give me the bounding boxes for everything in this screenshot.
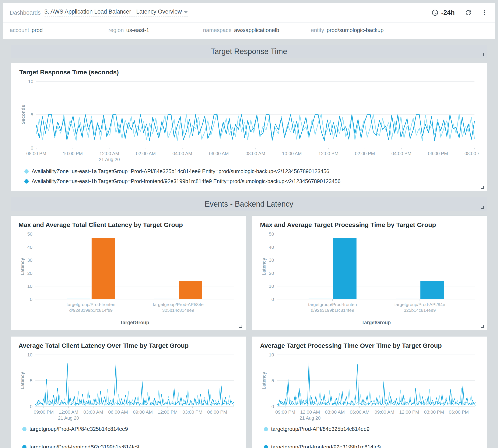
filter-entity-value[interactable]: prod/sumologic-backup: [327, 27, 390, 35]
svg-text:20: 20: [269, 271, 274, 276]
chevron-down-icon: [184, 11, 188, 13]
avg-target-processing-time-over-time-chart[interactable]: 0510Latency09:00 PM12:00 AM21 Aug 2003:0…: [260, 352, 480, 422]
svg-text:12:00 AM: 12:00 AM: [100, 151, 119, 156]
legend-item[interactable]: targetgroup/Prod-frontend/92e3199b1rc814…: [22, 444, 139, 448]
legend-swatch-icon: [264, 445, 268, 448]
svg-text:targetgroup/Prod-API/84e: targetgroup/Prod-API/84e: [153, 302, 204, 307]
svg-text:03:00 PM: 03:00 PM: [183, 409, 202, 415]
svg-text:30: 30: [269, 257, 274, 263]
svg-text:50: 50: [27, 231, 33, 237]
legend-item[interactable]: targetgroup/Prod-frontend/92e3199b1rc814…: [264, 444, 381, 448]
filter-region-value[interactable]: us-east-1: [126, 27, 190, 35]
legend-swatch-icon: [22, 445, 27, 448]
svg-text:02:00 AM: 02:00 AM: [136, 151, 156, 156]
section-header-target-response-time[interactable]: Target Response Time: [11, 45, 487, 58]
svg-text:5: 5: [271, 378, 274, 383]
resize-corner-icon[interactable]: [481, 53, 484, 56]
svg-text:12:00 AM: 12:00 AM: [300, 409, 320, 415]
svg-text:0: 0: [271, 404, 274, 409]
svg-text:Seconds: Seconds: [21, 105, 26, 124]
svg-text:21 Aug 20: 21 Aug 20: [299, 415, 320, 421]
section-header-events-backend-latency[interactable]: Events - Backend Latency: [11, 197, 487, 211]
filter-region: region us-east-1: [108, 27, 190, 35]
resize-corner-icon[interactable]: [239, 325, 242, 328]
filter-entity: entity prod/sumologic-backup: [311, 27, 390, 35]
svg-text:04:00 AM: 04:00 AM: [172, 151, 192, 156]
svg-text:09:00 PM: 09:00 PM: [34, 409, 54, 415]
svg-text:10: 10: [269, 352, 274, 357]
target-response-time-chart[interactable]: 0510Seconds08:00 PM10:00 PM12:00 AM21 Au…: [19, 79, 479, 163]
breadcrumb[interactable]: Dashboards: [10, 10, 41, 16]
svg-text:5: 5: [31, 112, 33, 117]
svg-text:06:00 AM: 06:00 AM: [108, 409, 128, 415]
svg-text:21 Aug 20: 21 Aug 20: [58, 415, 79, 421]
refresh-icon: [465, 9, 472, 16]
svg-text:40: 40: [27, 245, 33, 250]
legend-label: targetgroup/Prod-API/84e325b14c814ee9: [30, 426, 128, 432]
legend-swatch-icon: [264, 427, 268, 431]
filter-namespace-value[interactable]: aws/applicationelb: [234, 27, 298, 35]
filter-label: entity: [311, 27, 324, 33]
svg-text:targetgroup/Prod-fronten: targetgroup/Prod-fronten: [308, 302, 357, 307]
legend-item[interactable]: AvailabilityZone=us-east-1b TargetGroup=…: [24, 178, 479, 184]
panel-target-response-time: Target Response Time (seconds) 0510Secon…: [11, 63, 487, 191]
svg-text:TargetGroup: TargetGroup: [120, 320, 149, 325]
svg-text:08:00 AM: 08:00 AM: [246, 151, 265, 156]
top-header: Dashboards 3. AWS Application Load Balan…: [3, 3, 495, 23]
svg-text:10:00 AM: 10:00 AM: [282, 151, 302, 156]
chart-title: Max and Average Target Processing Time b…: [260, 221, 480, 228]
time-range-value: -24h: [441, 9, 455, 16]
legend-item[interactable]: targetgroup/Prod-API/84e325b14c814ee9: [22, 426, 128, 432]
svg-text:Latency: Latency: [261, 258, 266, 275]
filter-account-value[interactable]: prod: [32, 27, 95, 35]
svg-text:12:00 AM: 12:00 AM: [59, 409, 78, 415]
legend-item[interactable]: targetgroup/Prod-API/84e325b14c814ee9: [264, 426, 369, 432]
legend-label: AvailabilityZone=us-east-1a TargetGroup=…: [32, 168, 329, 175]
svg-text:10: 10: [28, 79, 33, 84]
svg-text:0: 0: [31, 145, 33, 151]
filter-namespace: namespace aws/applicationelb: [203, 27, 298, 35]
section-title: Events - Backend Latency: [205, 200, 293, 208]
dashboard-page: Dashboards 3. AWS Application Load Balan…: [0, 0, 498, 448]
filter-label: region: [108, 27, 124, 33]
legend-swatch-icon: [24, 179, 29, 184]
panel-max-avg-total-client-latency: Max and Average Total Client Latency by …: [11, 216, 246, 330]
max-avg-total-client-latency-chart[interactable]: 01020304050Latencytargetgroup/Prod-front…: [18, 231, 238, 326]
svg-text:325b14c814ee9: 325b14c814ee9: [162, 308, 194, 313]
svg-text:12:00 PM: 12:00 PM: [399, 409, 419, 415]
chart-title: Average Total Client Latency Over Time b…: [18, 342, 238, 349]
filter-label: account: [10, 27, 29, 33]
resize-corner-icon[interactable]: [481, 206, 484, 209]
refresh-button[interactable]: [465, 9, 472, 16]
svg-text:40: 40: [269, 245, 274, 250]
max-avg-target-processing-time-chart[interactable]: 01020304050Latencytargetgroup/Prod-front…: [260, 231, 480, 326]
resize-corner-icon[interactable]: [481, 325, 484, 328]
svg-text:03:00 AM: 03:00 AM: [83, 409, 103, 415]
clock-icon: [432, 9, 439, 16]
dashboard-content: Target Response Time Target Response Tim…: [3, 39, 495, 448]
svg-text:10: 10: [269, 284, 274, 289]
svg-text:09:00 AM: 09:00 AM: [133, 409, 153, 415]
svg-text:50: 50: [269, 231, 274, 237]
legend-swatch-icon: [24, 169, 29, 174]
legend-label: targetgroup/Prod-frontend/92e3199b1rc814…: [271, 444, 381, 448]
legend-label: targetgroup/Prod-API/84e325b14c814ee9: [271, 426, 369, 432]
svg-text:12:00 PM: 12:00 PM: [318, 151, 338, 156]
svg-text:0: 0: [271, 297, 274, 302]
chart-legend: AvailabilityZone=us-east-1a TargetGroup=…: [24, 168, 479, 184]
svg-text:20: 20: [27, 271, 33, 276]
svg-text:targetgroup/Prod-fronten: targetgroup/Prod-fronten: [66, 302, 115, 307]
svg-text:09:00 AM: 09:00 AM: [375, 409, 394, 415]
svg-text:06:00 AM: 06:00 AM: [350, 409, 369, 415]
filter-label: namespace: [203, 27, 232, 33]
resize-corner-icon[interactable]: [481, 186, 484, 189]
legend-item[interactable]: AvailabilityZone=us-east-1a TargetGroup=…: [24, 168, 479, 175]
kebab-menu-button[interactable]: [481, 9, 488, 16]
time-range-button[interactable]: -24h: [432, 9, 455, 16]
chart-legend: targetgroup/Prod-API/84e325b14c814ee9tar…: [22, 426, 238, 448]
svg-text:08:00 PM: 08:00 PM: [26, 151, 46, 156]
legend-label: targetgroup/Prod-frontend/92e3199b1rc814…: [30, 444, 139, 448]
avg-total-client-latency-over-time-chart[interactable]: 0510Latency09:00 PM12:00 AM21 Aug 2003:0…: [18, 352, 238, 422]
chart-legend: targetgroup/Prod-API/84e325b14c814ee9tar…: [264, 426, 480, 448]
dashboard-title-dropdown[interactable]: 3. AWS Application Load Balancer - Laten…: [45, 8, 188, 17]
